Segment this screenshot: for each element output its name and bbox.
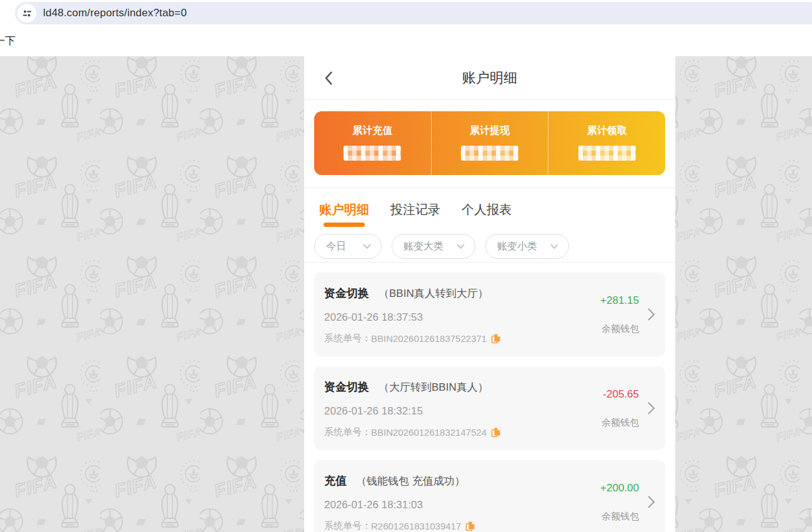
order-number-label: 系统单号： <box>324 333 371 344</box>
app-header: 账户明细 <box>304 56 675 100</box>
transaction-title: 资金切换 （大厅转到BBIN真人） <box>324 379 572 394</box>
chevron-right-icon <box>647 401 655 415</box>
transaction-type: 资金切换 <box>324 287 369 299</box>
filter-label: 今日 <box>326 240 346 253</box>
chevron-right-icon <box>647 495 655 509</box>
page-title: 账户明细 <box>304 69 675 88</box>
transaction-row[interactable]: 资金切换 （大厅转到BBIN真人） 2026-01-26 18:32:15 系统… <box>314 366 665 450</box>
url-text[interactable]: ld48.com/reports/index?tab=0 <box>43 7 187 19</box>
transaction-title: 充值 （钱能钱包 充值成功） <box>324 473 572 488</box>
filter-label: 账变小类 <box>497 240 537 253</box>
summary-stat-masked-value <box>344 146 401 161</box>
chevron-down-icon <box>456 243 465 249</box>
summary-stat-label: 累计领取 <box>587 124 627 138</box>
transaction-row[interactable]: 资金切换 （BBIN真人转到大厅） 2026-01-26 18:37:53 系统… <box>314 273 665 356</box>
transaction-detail: （大厅转到BBIN真人） <box>379 381 488 393</box>
wallet-type: 余额钱包 <box>602 417 639 429</box>
chevron-down-icon <box>362 243 372 249</box>
browser-toolbar: ld48.com/reports/index?tab=0 <box>0 0 812 26</box>
order-number: BBIN202601261837522371 <box>371 333 487 344</box>
copy-icon[interactable] <box>491 427 501 438</box>
transaction-title: 资金切换 （BBIN真人转到大厅） <box>324 286 572 301</box>
site-settings-icon[interactable] <box>17 4 36 23</box>
filter-bar: 今日 账变大类 账变小类 <box>304 231 675 263</box>
summary-stat: 累计充值 <box>314 111 431 175</box>
filter-dropdown[interactable]: 账变小类 <box>485 234 569 259</box>
summary-stat: 累计领取 <box>548 111 665 175</box>
transaction-detail: （BBIN真人转到大厅） <box>379 288 488 299</box>
tab-bar: 账户明细投注记录个人报表 <box>304 188 675 231</box>
tab-个人报表[interactable]: 个人报表 <box>462 188 512 231</box>
filter-dropdown[interactable]: 账变大类 <box>392 234 475 259</box>
transaction-time: 2026-01-26 18:31:03 <box>324 499 572 511</box>
summary-stat-masked-value <box>578 146 636 161</box>
page-overflow-text: 一下 <box>0 34 16 48</box>
transaction-type: 充值 <box>324 474 347 487</box>
summary-card: 累计充值 累计提现 累计领取 <box>314 111 665 175</box>
summary-stat: 累计提现 <box>431 111 548 175</box>
summary-stat-masked-value <box>461 146 518 161</box>
order-number-label: 系统单号： <box>324 426 371 438</box>
summary-section: 累计充值 累计提现 累计领取 <box>304 100 675 188</box>
chevron-right-icon <box>647 308 655 321</box>
transaction-type: 资金切换 <box>324 381 369 393</box>
summary-stat-label: 累计充值 <box>352 124 392 138</box>
page-background: FIFA FIFA 账户明细 累计充值 累计提现 累计领取 <box>0 56 812 532</box>
filter-label: 账变大类 <box>404 240 443 253</box>
copy-icon[interactable] <box>491 333 501 344</box>
address-bar[interactable]: ld48.com/reports/index?tab=0 <box>15 2 812 24</box>
wallet-type: 余额钱包 <box>602 323 639 335</box>
transaction-time: 2026-01-26 18:32:15 <box>324 405 572 418</box>
order-number: BBIN202601261832147524 <box>371 427 487 438</box>
tab-账户明细[interactable]: 账户明细 <box>319 188 369 231</box>
transaction-time: 2026-01-26 18:37:53 <box>324 311 572 324</box>
amount: +200.00 <box>600 482 639 494</box>
filter-dropdown[interactable]: 今日 <box>314 234 382 259</box>
wallet-type: 余额钱包 <box>602 511 639 523</box>
account-detail-panel: 账户明细 累计充值 累计提现 累计领取 账户明细投注记录个人报表 今日 账变大类… <box>304 56 675 532</box>
chevron-down-icon <box>550 243 559 249</box>
transaction-row[interactable]: 充值 （钱能钱包 充值成功） 2026-01-26 18:31:03 系统单号：… <box>314 460 665 532</box>
copy-icon[interactable] <box>465 521 475 531</box>
page-overflow-row: 一下 <box>0 26 812 56</box>
order-number: R2601261831039417 <box>371 521 461 531</box>
amount: +281.15 <box>600 294 639 307</box>
amount: -205.65 <box>603 388 639 401</box>
order-number-label: 系统单号： <box>324 520 371 532</box>
transaction-list: 资金切换 （BBIN真人转到大厅） 2026-01-26 18:37:53 系统… <box>304 263 675 532</box>
summary-stat-label: 累计提现 <box>470 124 510 138</box>
tab-投注记录[interactable]: 投注记录 <box>390 188 440 231</box>
transaction-detail: （钱能钱包 充值成功） <box>356 475 465 487</box>
